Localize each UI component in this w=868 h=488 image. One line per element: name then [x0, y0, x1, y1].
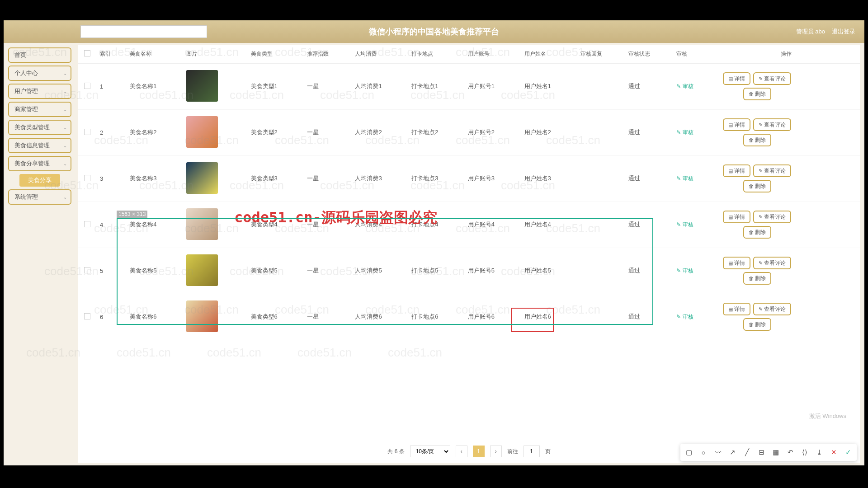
detail-button[interactable]: ▤详情 — [723, 164, 750, 177]
nav-users[interactable]: 用户管理⌄ — [8, 84, 71, 99]
row-checkbox[interactable] — [84, 175, 90, 181]
detail-button[interactable]: ▤详情 — [723, 72, 750, 85]
detail-button[interactable]: ▤详情 — [723, 211, 750, 223]
sidebar: 首页 个人中心⌄ 用户管理⌄ 商家管理⌄ 美食类型管理⌄ 美食信息管理⌄ 美食分… — [8, 47, 71, 207]
detail-button[interactable]: ▤详情 — [723, 257, 750, 269]
close-icon[interactable]: ✕ — [830, 448, 838, 456]
page-size-select[interactable]: 10条/页 — [410, 446, 450, 457]
delete-button[interactable]: 🗑删除 — [743, 134, 771, 146]
nav-food-share-sub[interactable]: 美食分享 — [19, 174, 60, 187]
circle-tool-icon[interactable]: ○ — [699, 448, 708, 456]
cell-rating: 一星 — [303, 202, 351, 248]
table-row: 4 美食名称4 美食类型4 一星 人均消费4 打卡地点4 用户账号4 用户姓名4… — [78, 202, 860, 248]
nav-label: 用户管理 — [14, 87, 38, 95]
prev-page-button[interactable]: ‹ — [456, 446, 467, 457]
user-label[interactable]: 管理员 abo — [796, 28, 825, 36]
arrow-tool-icon[interactable]: ↗ — [728, 448, 736, 456]
comments-button[interactable]: ✎查看评论 — [753, 211, 791, 223]
cell-index: 4 — [96, 202, 126, 248]
row-checkbox[interactable] — [84, 313, 90, 319]
text-tool-icon[interactable]: ⊟ — [757, 448, 765, 456]
audit-link[interactable]: ✎ 审核 — [676, 175, 693, 182]
next-page-button[interactable]: › — [490, 446, 502, 457]
nav-food-info[interactable]: 美食信息管理⌄ — [8, 138, 71, 153]
audit-link[interactable]: ✎ 审核 — [676, 221, 693, 228]
nav-label: 美食类型管理 — [14, 123, 50, 131]
food-image — [186, 116, 218, 148]
food-image — [186, 254, 218, 286]
audit-link[interactable]: ✎ 审核 — [676, 129, 693, 136]
detail-icon: ▤ — [728, 214, 733, 220]
download-icon[interactable]: ⤓ — [815, 448, 823, 456]
cell-cost: 人均消费4 — [351, 202, 408, 248]
confirm-icon[interactable]: ✓ — [844, 448, 852, 456]
trash-icon: 🗑 — [749, 276, 754, 281]
comments-button[interactable]: ✎查看评论 — [753, 257, 791, 269]
cell-place: 打卡地点1 — [408, 63, 464, 109]
detail-icon: ▤ — [728, 76, 733, 82]
cell-type: 美食类型1 — [247, 63, 304, 109]
select-all-checkbox[interactable] — [84, 50, 90, 56]
audit-link[interactable]: ✎ 审核 — [676, 267, 693, 274]
page-number-1[interactable]: 1 — [473, 446, 485, 457]
search-input[interactable] — [80, 25, 207, 38]
mosaic-tool-icon[interactable]: ▦ — [772, 448, 780, 456]
cell-reply — [577, 109, 625, 155]
detail-button[interactable]: ▤详情 — [723, 303, 750, 315]
goto-page-input[interactable] — [524, 446, 540, 457]
chevron-down-icon: ⌄ — [63, 125, 67, 130]
detail-icon: ▤ — [728, 306, 733, 312]
cell-reply — [577, 248, 625, 294]
nav-profile[interactable]: 个人中心⌄ — [8, 66, 71, 81]
comments-button[interactable]: ✎查看评论 — [753, 303, 791, 315]
bg-watermark: code51.cn — [26, 346, 80, 360]
cell-name: 美食名称2 — [126, 109, 183, 155]
cell-rating: 一星 — [303, 109, 351, 155]
delete-button[interactable]: 🗑删除 — [743, 318, 771, 331]
row-checkbox[interactable] — [84, 267, 90, 273]
nav-food-share[interactable]: 美食分享管理⌄ — [8, 156, 71, 171]
delete-button[interactable]: 🗑删除 — [743, 272, 771, 285]
delete-button[interactable]: 🗑删除 — [743, 180, 771, 192]
undo-icon[interactable]: ↶ — [786, 448, 794, 456]
comments-button[interactable]: ✎查看评论 — [753, 118, 791, 131]
logout-link[interactable]: 退出登录 — [832, 28, 855, 36]
food-image — [186, 300, 218, 332]
cell-index: 1 — [96, 63, 126, 109]
main-content: 索引 美食名称 图片 美食类型 推荐指数 人均消费 打卡地点 用户账号 用户姓名… — [78, 45, 860, 463]
detail-button[interactable]: ▤详情 — [723, 118, 750, 131]
row-checkbox[interactable] — [84, 129, 90, 135]
row-checkbox[interactable] — [84, 221, 90, 227]
cell-index: 2 — [96, 109, 126, 155]
nav-system[interactable]: 系统管理⌄ — [8, 189, 71, 205]
table-row: 6 美食名称6 美食类型6 一星 人均消费6 打卡地点6 用户账号6 用户姓名6… — [78, 294, 860, 340]
nav-food-types[interactable]: 美食类型管理⌄ — [8, 120, 71, 135]
audit-link[interactable]: ✎ 审核 — [676, 314, 693, 320]
cell-status: 通过 — [625, 109, 673, 155]
table-row: 5 美食名称5 美食类型5 一星 人均消费5 打卡地点5 用户账号5 用户姓名5… — [78, 248, 860, 294]
trash-icon: 🗑 — [749, 91, 754, 97]
audit-link[interactable]: ✎ 审核 — [676, 83, 693, 89]
row-checkbox[interactable] — [84, 83, 90, 89]
cell-type: 美食类型2 — [247, 109, 304, 155]
brush-tool-icon[interactable]: 〰 — [714, 448, 722, 456]
delete-button[interactable]: 🗑删除 — [743, 226, 771, 239]
delete-button[interactable]: 🗑删除 — [743, 88, 771, 100]
pin-icon[interactable]: ⟨⟩ — [801, 448, 809, 456]
nav-label: 美食分享管理 — [14, 160, 50, 168]
line-tool-icon[interactable]: ╱ — [743, 448, 751, 456]
col-image: 图片 — [183, 45, 247, 63]
rectangle-tool-icon[interactable]: ▢ — [685, 448, 693, 456]
cell-name: 美食名称1 — [126, 63, 183, 109]
nav-home[interactable]: 首页 — [8, 47, 71, 63]
cell-username: 用户姓名5 — [521, 248, 577, 294]
cell-place: 打卡地点3 — [408, 155, 464, 202]
nav-merchants[interactable]: 商家管理⌄ — [8, 102, 71, 117]
cell-reply — [577, 63, 625, 109]
chevron-down-icon: ⌄ — [63, 71, 67, 76]
cell-type: 美食类型3 — [247, 155, 304, 202]
comments-button[interactable]: ✎查看评论 — [753, 164, 791, 177]
col-rating: 推荐指数 — [303, 45, 351, 63]
action-buttons: ▤详情 ✎查看评论 🗑删除 — [717, 164, 798, 192]
comments-button[interactable]: ✎查看评论 — [753, 72, 791, 85]
